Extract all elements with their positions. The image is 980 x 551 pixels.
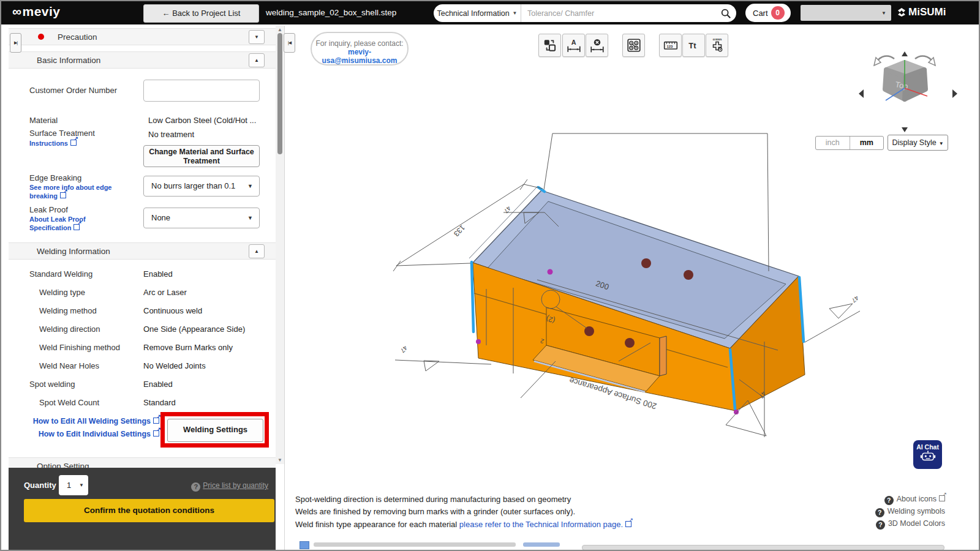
- back-arrow-icon: ←: [162, 9, 170, 18]
- basic-info-title: Basic Information: [37, 56, 100, 65]
- edge-breaking-info-link[interactable]: See more info about edge breaking↗: [29, 183, 124, 200]
- welding-row-label: Welding direction: [39, 324, 100, 334]
- edit-individual-settings-link[interactable]: How to Edit Individual Settings↗: [20, 430, 159, 438]
- welding-row-value: Enabled: [143, 269, 173, 279]
- basic-info-collapse-button[interactable]: ▲: [249, 53, 265, 67]
- note-line-1: Spot-welding direction is determined dur…: [295, 495, 571, 504]
- confirm-quotation-button[interactable]: Confirm the quotation conditions: [24, 499, 274, 522]
- display-style-button[interactable]: Display Style▼: [888, 135, 948, 151]
- box-shell-model[interactable]: 133 200 47 47 47 47 (2) 2 200 Surface Ap…: [393, 133, 860, 437]
- hide-dimension-icon: [589, 37, 605, 53]
- welding-symbols-label: Welding symbols: [888, 507, 945, 515]
- display-style-label: Display Style: [892, 138, 936, 147]
- view-up-arrow[interactable]: [902, 51, 908, 56]
- view-down-arrow[interactable]: [902, 127, 908, 132]
- six-views-button[interactable]: 6VIEWS: [706, 34, 728, 57]
- six-views-icon: 6VIEWS: [709, 37, 725, 53]
- text-size-icon: Tt: [686, 37, 702, 53]
- meviy-logo[interactable]: ∞meviy: [12, 4, 61, 19]
- unit-inch-option[interactable]: inch: [816, 137, 850, 149]
- section-basic-info-header: Basic Information: [9, 51, 276, 69]
- search-icon[interactable]: [715, 8, 736, 19]
- hole-pattern-button[interactable]: [622, 34, 645, 57]
- cart-button[interactable]: Cart 0: [745, 4, 791, 22]
- precaution-collapse-button[interactable]: ▼: [249, 30, 265, 44]
- view-right-arrow[interactable]: [952, 89, 957, 98]
- customer-order-label: Customer Order Number: [29, 86, 117, 95]
- sidebar-scrollbar[interactable]: ▲ ▼: [276, 26, 284, 464]
- contact-email-link[interactable]: meviy-usa@misumiusa.com: [312, 48, 407, 65]
- panel-expand-handle[interactable]: ▶|: [10, 33, 21, 53]
- technical-info-page-link[interactable]: please refer to the Technical Informatio…: [459, 520, 631, 529]
- quantity-select[interactable]: 1▼: [59, 475, 88, 495]
- welding-symbols-link[interactable]: ?Welding symbols: [875, 507, 945, 517]
- search-category-label: Technical Information: [437, 9, 509, 18]
- welding-settings-button[interactable]: Welding Settings: [167, 419, 263, 442]
- quote-footer-panel: Quantity 1▼ ?Price list by quantity Conf…: [9, 468, 276, 551]
- welding-row-value: Standard: [143, 398, 176, 407]
- welding-row-label: Weld Near Holes: [39, 361, 99, 370]
- scrollbar-up-arrow[interactable]: ▲: [276, 27, 284, 32]
- rotate-left-arrow[interactable]: [874, 56, 894, 66]
- cart-label: Cart: [753, 9, 768, 18]
- edit-individual-settings-label: How to Edit Individual Settings: [39, 430, 151, 438]
- welding-row-value: Arc or Laser: [143, 288, 187, 297]
- hide-dimension-button[interactable]: [586, 34, 608, 57]
- material-value: Low Carbon Steel (Cold/Hot ...: [148, 116, 256, 125]
- panel-collapse-handle[interactable]: |◀: [284, 33, 295, 53]
- text-size-button[interactable]: Tt: [682, 34, 705, 57]
- model-colors-label: 3D Model Colors: [888, 519, 945, 528]
- welding-row-value: Remove Burn Marks only: [143, 343, 233, 352]
- edit-all-welding-settings-link[interactable]: How to Edit All Welding Settings↗: [20, 417, 159, 425]
- ruler-icon: 123: [663, 37, 679, 53]
- horizontal-scrollbar[interactable]: [582, 545, 944, 550]
- external-link-icon: ↗: [153, 430, 159, 437]
- change-material-button-label: Change Material and Surface Treatment: [149, 148, 254, 165]
- technical-info-page-link-label: please refer to the Technical Informatio…: [459, 520, 623, 529]
- weld-spec-label: 47: [502, 205, 512, 215]
- about-icons-link[interactable]: ?About icons↗: [884, 495, 945, 505]
- dimension-text-button[interactable]: A: [562, 34, 585, 57]
- rotate-right-arrow[interactable]: [915, 56, 935, 66]
- leak-proof-select[interactable]: None▼: [143, 208, 260, 228]
- chevron-up-icon: ▲: [254, 249, 259, 254]
- customer-order-input[interactable]: [143, 80, 260, 102]
- edge-breaking-select[interactable]: No burrs larger than 0.1▼: [143, 176, 260, 197]
- section-welding-header: Welding Information: [9, 242, 276, 260]
- instructions-link[interactable]: Instructions↗: [29, 139, 77, 148]
- contact-bubble: For inquiry, please contact: meviy-usa@m…: [311, 32, 409, 66]
- help-icon: ?: [884, 496, 894, 505]
- measure-button[interactable]: 123: [659, 34, 682, 57]
- view-cube[interactable]: Top: [885, 60, 927, 100]
- search-input[interactable]: [521, 9, 715, 18]
- change-material-button[interactable]: Change Material and Surface Treatment: [143, 145, 260, 167]
- hole-pattern-icon: [626, 37, 642, 53]
- help-icon: ?: [876, 520, 885, 530]
- welding-row-value: One Side (Appearance Side): [143, 324, 245, 334]
- scrollbar-thumb[interactable]: [277, 33, 282, 154]
- chevron-down-icon: ▼: [881, 10, 886, 16]
- account-select[interactable]: ▼: [801, 5, 891, 21]
- welding-info-title: Welding Information: [37, 247, 110, 256]
- welding-collapse-button[interactable]: ▲: [249, 244, 265, 258]
- search-bar: Technical Information▼: [434, 4, 736, 22]
- welding-row-label: Standard Welding: [29, 269, 92, 279]
- unit-mm-option[interactable]: mm: [850, 137, 884, 149]
- scrollbar-down-arrow[interactable]: ▼: [276, 457, 284, 463]
- view-left-arrow[interactable]: [859, 89, 864, 98]
- misumi-logo[interactable]: MiSUMi: [897, 6, 946, 18]
- view-cube-zone: Top: [858, 49, 959, 135]
- ai-chat-button[interactable]: AI Chat: [913, 440, 942, 469]
- model-colors-link[interactable]: ?3D Model Colors: [876, 519, 945, 530]
- welding-row-value: Continuous weld: [143, 306, 202, 315]
- unit-toggle: inch mm: [815, 136, 884, 150]
- price-list-link[interactable]: ?Price list by quantity: [191, 481, 268, 492]
- welding-row-label: Spot welding: [29, 380, 75, 389]
- dim-width-label: 133: [452, 223, 467, 238]
- search-category-select[interactable]: Technical Information▼: [434, 4, 521, 22]
- external-link-icon: ↗: [60, 192, 66, 198]
- meviy-logo-text: meviy: [22, 4, 60, 18]
- leak-proof-info-link[interactable]: About Leak Proof Specification↗: [29, 215, 115, 232]
- reorient-part-button[interactable]: [538, 34, 561, 57]
- back-to-project-list-button[interactable]: ← Back to Project List: [143, 4, 259, 23]
